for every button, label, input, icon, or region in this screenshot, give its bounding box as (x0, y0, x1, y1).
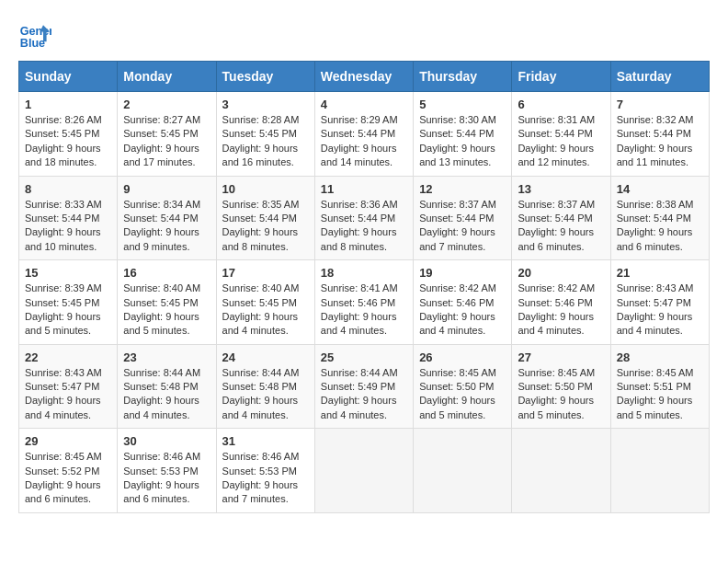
day-number: 8 (25, 182, 111, 196)
weekday-header-thursday: Thursday (414, 62, 512, 92)
day-info: Sunrise: 8:27 AM Sunset: 5:45 PM Dayligh… (123, 113, 210, 170)
weekday-header-tuesday: Tuesday (216, 62, 314, 92)
sunrise-label: Sunrise: 8:45 AM (419, 367, 496, 378)
day-number: 5 (419, 98, 506, 111)
calendar-cell: 4 Sunrise: 8:29 AM Sunset: 5:44 PM Dayli… (314, 92, 413, 177)
calendar-cell: 25 Sunrise: 8:44 AM Sunset: 5:49 PM Dayl… (314, 344, 413, 429)
calendar-cell: 21 Sunrise: 8:43 AM Sunset: 5:47 PM Dayl… (610, 260, 709, 345)
calendar-week-row: 1 Sunrise: 8:26 AM Sunset: 5:45 PM Dayli… (19, 92, 710, 177)
sunrise-label: Sunrise: 8:29 AM (321, 114, 398, 125)
sunrise-label: Sunrise: 8:37 AM (518, 199, 595, 210)
sunset-label: Sunset: 5:44 PM (518, 128, 592, 139)
day-number: 10 (222, 182, 309, 196)
calendar-cell: 5 Sunrise: 8:30 AM Sunset: 5:44 PM Dayli… (414, 92, 512, 177)
daylight-label: Daylight: 9 hours and 6 minutes. (518, 226, 594, 251)
sunset-label: Sunset: 5:46 PM (419, 297, 494, 308)
day-number: 15 (25, 266, 111, 280)
sunrise-label: Sunrise: 8:28 AM (222, 114, 300, 125)
day-info: Sunrise: 8:28 AM Sunset: 5:45 PM Dayligh… (222, 113, 309, 170)
day-number: 1 (25, 98, 111, 111)
day-info: Sunrise: 8:42 AM Sunset: 5:46 PM Dayligh… (419, 282, 506, 339)
calendar-week-row: 15 Sunrise: 8:39 AM Sunset: 5:45 PM Dayl… (19, 260, 710, 345)
logo: General Blue (18, 18, 55, 52)
day-number: 4 (321, 98, 407, 111)
header: General Blue (18, 18, 710, 52)
day-info: Sunrise: 8:35 AM Sunset: 5:44 PM Dayligh… (222, 198, 309, 255)
daylight-label: Daylight: 9 hours and 4 minutes. (123, 395, 199, 419)
daylight-label: Daylight: 9 hours and 4 minutes. (321, 311, 397, 336)
day-number: 30 (123, 434, 210, 448)
calendar-cell: 11 Sunrise: 8:36 AM Sunset: 5:44 PM Dayl… (314, 176, 413, 260)
calendar-cell: 1 Sunrise: 8:26 AM Sunset: 5:45 PM Dayli… (19, 92, 118, 177)
sunset-label: Sunset: 5:44 PM (617, 213, 691, 224)
calendar-cell (610, 429, 709, 513)
day-number: 29 (25, 434, 111, 448)
sunset-label: Sunset: 5:48 PM (222, 381, 297, 392)
day-info: Sunrise: 8:45 AM Sunset: 5:50 PM Dayligh… (518, 366, 604, 423)
day-number: 2 (123, 98, 210, 111)
sunrise-label: Sunrise: 8:43 AM (25, 367, 102, 378)
day-info: Sunrise: 8:43 AM Sunset: 5:47 PM Dayligh… (617, 282, 703, 339)
sunset-label: Sunset: 5:53 PM (123, 465, 198, 477)
sunrise-label: Sunrise: 8:44 AM (123, 367, 200, 378)
calendar-cell: 14 Sunrise: 8:38 AM Sunset: 5:44 PM Dayl… (610, 176, 709, 260)
day-info: Sunrise: 8:26 AM Sunset: 5:45 PM Dayligh… (25, 113, 111, 170)
day-number: 3 (222, 98, 309, 111)
sunrise-label: Sunrise: 8:39 AM (25, 282, 102, 293)
day-info: Sunrise: 8:45 AM Sunset: 5:50 PM Dayligh… (419, 366, 506, 423)
day-number: 24 (222, 350, 309, 364)
page-container: General Blue SundayMondayTuesdayWednesda… (18, 18, 710, 513)
sunrise-label: Sunrise: 8:43 AM (617, 282, 694, 293)
weekday-header-monday: Monday (118, 62, 216, 92)
day-number: 11 (321, 182, 407, 196)
calendar-cell: 12 Sunrise: 8:37 AM Sunset: 5:44 PM Dayl… (414, 176, 512, 260)
sunset-label: Sunset: 5:44 PM (419, 128, 494, 139)
weekday-header-friday: Friday (512, 62, 610, 92)
calendar-week-row: 22 Sunrise: 8:43 AM Sunset: 5:47 PM Dayl… (19, 344, 710, 429)
calendar-cell: 13 Sunrise: 8:37 AM Sunset: 5:44 PM Dayl… (512, 176, 610, 260)
day-number: 22 (25, 350, 111, 364)
sunset-label: Sunset: 5:45 PM (25, 128, 99, 139)
day-number: 18 (321, 266, 407, 280)
calendar-cell: 24 Sunrise: 8:44 AM Sunset: 5:48 PM Dayl… (216, 344, 314, 429)
calendar-cell: 3 Sunrise: 8:28 AM Sunset: 5:45 PM Dayli… (216, 92, 314, 177)
daylight-label: Daylight: 9 hours and 9 minutes. (123, 226, 199, 251)
daylight-label: Daylight: 9 hours and 4 minutes. (419, 311, 495, 336)
sunrise-label: Sunrise: 8:35 AM (222, 199, 300, 210)
svg-text:Blue: Blue (20, 37, 45, 50)
day-number: 9 (123, 182, 210, 196)
sunset-label: Sunset: 5:44 PM (25, 213, 99, 224)
calendar-week-row: 8 Sunrise: 8:33 AM Sunset: 5:44 PM Dayli… (19, 176, 710, 260)
day-number: 27 (518, 350, 604, 364)
calendar-cell (414, 429, 512, 513)
daylight-label: Daylight: 9 hours and 4 minutes. (222, 395, 299, 419)
sunrise-label: Sunrise: 8:32 AM (617, 114, 694, 125)
daylight-label: Daylight: 9 hours and 6 minutes. (617, 226, 693, 251)
sunrise-label: Sunrise: 8:40 AM (123, 282, 200, 293)
day-info: Sunrise: 8:41 AM Sunset: 5:46 PM Dayligh… (321, 282, 407, 339)
day-number: 6 (518, 98, 604, 111)
calendar-cell: 19 Sunrise: 8:42 AM Sunset: 5:46 PM Dayl… (414, 260, 512, 345)
day-info: Sunrise: 8:39 AM Sunset: 5:45 PM Dayligh… (25, 282, 111, 339)
daylight-label: Daylight: 9 hours and 11 minutes. (617, 143, 693, 167)
sunset-label: Sunset: 5:46 PM (518, 297, 592, 308)
daylight-label: Daylight: 9 hours and 4 minutes. (321, 395, 397, 419)
calendar-week-row: 29 Sunrise: 8:45 AM Sunset: 5:52 PM Dayl… (19, 429, 710, 513)
sunrise-label: Sunrise: 8:38 AM (617, 199, 694, 210)
logo-icon: General Blue (18, 18, 51, 52)
sunrise-label: Sunrise: 8:40 AM (222, 282, 300, 293)
sunrise-label: Sunrise: 8:45 AM (25, 451, 102, 462)
sunrise-label: Sunrise: 8:26 AM (25, 114, 102, 125)
sunset-label: Sunset: 5:49 PM (321, 381, 395, 392)
calendar-cell: 22 Sunrise: 8:43 AM Sunset: 5:47 PM Dayl… (19, 344, 118, 429)
sunrise-label: Sunrise: 8:46 AM (222, 451, 300, 462)
daylight-label: Daylight: 9 hours and 4 minutes. (25, 395, 101, 419)
day-number: 14 (617, 182, 703, 196)
daylight-label: Daylight: 9 hours and 12 minutes. (518, 143, 594, 167)
calendar-header-row: SundayMondayTuesdayWednesdayThursdayFrid… (19, 62, 710, 92)
calendar-cell: 7 Sunrise: 8:32 AM Sunset: 5:44 PM Dayli… (610, 92, 709, 177)
daylight-label: Daylight: 9 hours and 6 minutes. (123, 479, 199, 504)
day-number: 16 (123, 266, 210, 280)
calendar-cell: 8 Sunrise: 8:33 AM Sunset: 5:44 PM Dayli… (19, 176, 118, 260)
calendar-cell: 23 Sunrise: 8:44 AM Sunset: 5:48 PM Dayl… (118, 344, 216, 429)
